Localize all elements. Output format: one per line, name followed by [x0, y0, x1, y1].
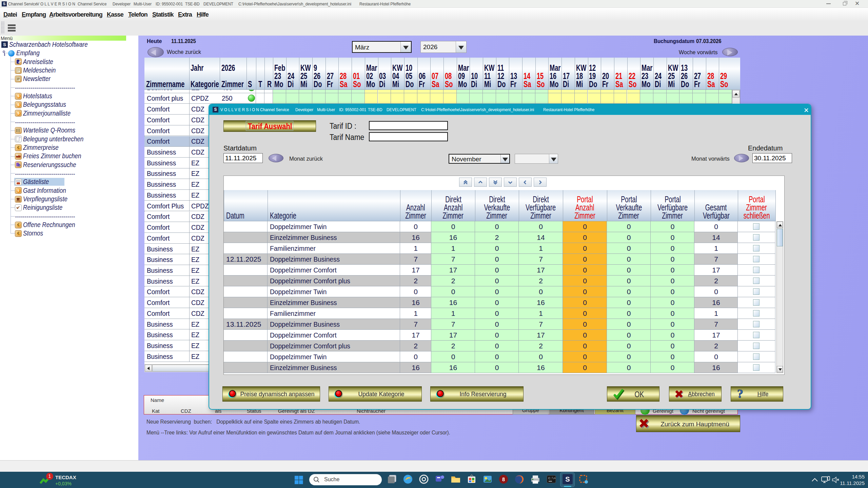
svg-text:8: 8	[502, 476, 505, 482]
svg-text:C:\>: C:\>	[548, 477, 556, 480]
